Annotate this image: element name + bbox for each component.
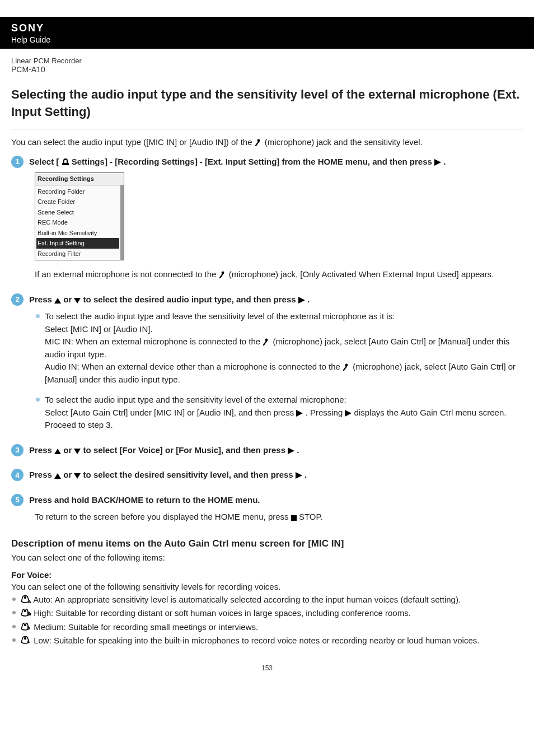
step-2: 2 Press or to select the desired audio i… (11, 293, 523, 432)
screenshot-item: Scene Select (36, 207, 119, 218)
screenshot-item: Built-in Mic Sensitivity (36, 228, 119, 239)
brand-logo: SONY (11, 22, 523, 34)
step-5: 5 Press and hold BACK/HOME to return to … (11, 494, 523, 524)
screenshot-title: Recording Settings (35, 173, 124, 185)
step-5-body: To return to the screen before you displ… (35, 511, 523, 524)
screenshot-item: Ext. Input Setting (36, 238, 119, 249)
step-2-instruction: Press or to select the desired audio inp… (29, 293, 310, 306)
step-2-bullet-1: To select the audio input type and leave… (35, 310, 523, 386)
play-icon (434, 159, 441, 166)
step-3-instruction: Press or to select [For Voice] or [For M… (29, 444, 299, 457)
device-screenshot: Recording Settings Recording FolderCreat… (35, 172, 124, 260)
product-meta: Linear PCM Recorder PCM-A10 (0, 49, 534, 74)
step-number-5: 5 (11, 494, 24, 506)
step-4-instruction: Press or to select the desired sensitivi… (29, 469, 307, 482)
up-arrow-icon (54, 298, 61, 304)
play-icon (345, 410, 352, 417)
content: Selecting the audio input type and the s… (0, 86, 534, 694)
product-name: Linear PCM Recorder (11, 57, 523, 65)
step-1-instruction: Select [ Settings] - [Recording Settings… (29, 156, 446, 169)
down-arrow-icon (74, 298, 81, 304)
title-separator (11, 129, 523, 129)
screenshot-item: REC Mode (36, 217, 119, 228)
sensitivity-list: Auto: An appropriate sensitivity level i… (11, 594, 523, 647)
screenshot-item: Recording Folder (36, 186, 119, 197)
play-icon (296, 472, 302, 479)
model-name: PCM-A10 (11, 65, 523, 74)
screenshot-item: Create Folder (36, 197, 119, 207)
step-4: 4 Press or to select the desired sensiti… (11, 469, 523, 482)
microphone-icon (219, 270, 227, 278)
microphone-icon (343, 363, 350, 371)
for-voice-heading: For Voice: (11, 570, 523, 580)
screenshot-item: Recording Filter (36, 249, 119, 259)
step-number-3: 3 (11, 444, 24, 456)
play-icon (288, 447, 294, 454)
step-5-instruction: Press and hold BACK/HOME to return to th… (29, 494, 260, 507)
play-icon (296, 410, 303, 417)
microphone-icon (263, 338, 270, 346)
page-title: Selecting the audio input type and the s… (11, 86, 523, 121)
sensitivity-auto: Auto: An appropriate sensitivity level i… (11, 594, 523, 606)
play-icon (298, 297, 305, 304)
sensitivity-medium: Medium: Suitable for recording small mee… (11, 621, 523, 634)
mic-high-icon (21, 609, 31, 617)
up-arrow-icon (54, 449, 61, 454)
mic-medium-icon (21, 623, 31, 631)
intro-part2: (microphone) jack and the sensitivity le… (265, 137, 423, 147)
sensitivity-high: High: Suitable for recording distant or … (11, 607, 523, 620)
header-bar: SONY Help Guide (0, 17, 534, 49)
mic-low-icon (21, 636, 31, 645)
microphone-icon (255, 138, 263, 146)
page: SONY Help Guide Linear PCM Recorder PCM-… (0, 17, 534, 694)
step-number-1: 1 (11, 156, 24, 168)
settings-icon (62, 158, 69, 166)
for-voice-sub: You can select one of the following sens… (11, 582, 523, 591)
step-number-4: 4 (11, 469, 24, 481)
step-1: 1 Select [ Settings] - [Recording Settin… (11, 156, 523, 281)
description-heading: Description of menu items on the Auto Ga… (11, 538, 523, 549)
step-2-list: To select the audio input type and leave… (35, 310, 523, 432)
page-number: 153 (11, 664, 523, 683)
mic-auto-icon (21, 595, 31, 604)
sensitivity-low: Low: Suitable for speaking into the buil… (11, 634, 523, 647)
help-guide-label: Help Guide (11, 35, 523, 44)
step-3: 3 Press or to select [For Voice] or [For… (11, 444, 523, 457)
stop-icon (291, 515, 297, 521)
up-arrow-icon (54, 473, 61, 479)
intro-text: You can select the audio input type ([MI… (11, 137, 523, 147)
description-sub: You can select one of the following item… (11, 553, 523, 562)
step-number-2: 2 (11, 293, 24, 306)
down-arrow-icon (74, 473, 81, 479)
down-arrow-icon (74, 449, 81, 454)
intro-part1: You can select the audio input type ([MI… (11, 137, 255, 147)
step-2-bullet-2: To select the audio input type and the s… (35, 394, 523, 432)
step-1-note: If an external microphone is not connect… (35, 268, 523, 281)
